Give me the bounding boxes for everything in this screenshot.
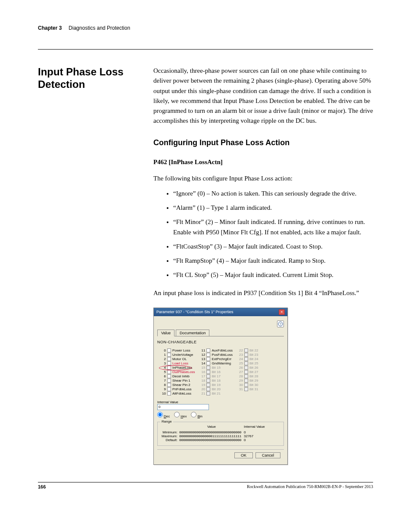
bit-checkbox-row: 31Bit 31 xyxy=(238,387,258,391)
bits-list: “Ignore” (0) – No action is taken. This … xyxy=(153,189,373,280)
bits-grid: 0Power Loss1UnderVoltage2Motor OL3Load L… xyxy=(161,348,284,395)
bit-number: 8 xyxy=(161,383,166,387)
bit-label: ExtPrchrgErr xyxy=(212,357,231,361)
bit-number: 12 xyxy=(200,353,205,357)
bit-checkbox-row: 24Bit 24 xyxy=(238,357,258,361)
checkbox-icon xyxy=(244,387,248,391)
checkbox-icon xyxy=(244,348,248,352)
parameter-title: P462 [InPhase LossActn] xyxy=(153,159,373,166)
radix-row: DDecec Hex Bin xyxy=(157,412,284,418)
checkbox-icon[interactable] xyxy=(167,383,171,387)
bit-checkbox-row: 3Load Loss xyxy=(161,361,195,365)
bit-checkbox-row: 29Bit 29 xyxy=(238,379,258,383)
bit-number: 10 xyxy=(161,392,166,395)
dialog-titlebar[interactable]: Parameter 937 - "Condition Sts 1" Proper… xyxy=(154,308,287,316)
radio-hex[interactable]: Hex xyxy=(174,412,187,418)
bit-label: Bit 25 xyxy=(249,361,258,365)
internal-value-input[interactable] xyxy=(157,404,209,410)
checkbox-icon[interactable] xyxy=(167,374,171,378)
bit-label: Bit 15 xyxy=(212,366,220,370)
checkbox-icon xyxy=(206,392,210,395)
bit-number: 14 xyxy=(200,361,205,365)
checkbox-icon xyxy=(244,383,248,387)
checkbox-icon[interactable] xyxy=(167,357,171,361)
checkbox-icon xyxy=(206,366,210,370)
range-row-internal: 32767 xyxy=(244,434,261,438)
bit-number: 13 xyxy=(200,357,205,361)
radio-hex-input[interactable] xyxy=(174,412,180,417)
bit-checkbox-row: 11AuxFdbkLoss xyxy=(200,348,232,352)
range-legend: Range xyxy=(160,420,173,423)
bit-number: 18 xyxy=(200,379,205,383)
checkbox-icon xyxy=(206,374,210,378)
bit-checkbox-row: 30Bit 30 xyxy=(238,383,258,387)
page-number: 166 xyxy=(38,484,46,489)
checkbox-icon[interactable] xyxy=(167,379,171,383)
bit-checkbox-row: 19Bit 19 xyxy=(200,383,232,387)
bit-checkbox-row: 28Bit 28 xyxy=(238,374,258,378)
range-row-label: Default: xyxy=(161,438,179,442)
subsection-title: Configuring Input Phase Loss Action xyxy=(153,138,373,147)
checkbox-icon[interactable] xyxy=(167,353,171,357)
bit-label: Bit 16 xyxy=(212,370,220,374)
tab-value[interactable]: Value xyxy=(157,330,174,336)
checkbox-icon[interactable] xyxy=(206,361,210,365)
bit-label: Bit 28 xyxy=(249,374,258,378)
bit-number: 5 xyxy=(161,370,166,374)
bit-checkbox-row: 20Bit 20 xyxy=(200,387,232,391)
range-value-header: Value xyxy=(179,425,244,429)
radio-dec-input[interactable] xyxy=(157,412,163,417)
internal-value-group: Internal Value DDecec Hex Bin xyxy=(157,400,284,418)
bit-checkbox-row: 1UnderVoltage xyxy=(161,353,195,357)
range-row-value: 00000000000000000000000000000000 xyxy=(179,438,244,442)
tab-documentation[interactable]: Documentation xyxy=(176,330,210,336)
bit-label: Bit 18 xyxy=(212,379,220,383)
bit-label: Bit 24 xyxy=(249,357,258,361)
cancel-button[interactable]: Cancel xyxy=(255,452,280,458)
bit-checkbox-row: 5OutPhaseLoss xyxy=(161,370,195,374)
internal-value-label: Internal Value xyxy=(157,400,178,404)
checkbox-icon[interactable] xyxy=(206,357,210,361)
checkbox-icon xyxy=(244,366,248,370)
bits-lead: The following bits configure Input Phase… xyxy=(153,174,373,184)
close-icon[interactable]: × xyxy=(279,309,285,315)
bit-number: 2 xyxy=(161,357,166,361)
bit-number: 3 xyxy=(161,361,166,365)
footer-rule xyxy=(38,482,373,482)
bit-checkbox-row: 15Bit 15 xyxy=(200,366,232,370)
section-title: Input Phase Loss Detection xyxy=(38,66,141,91)
bit-number: 15 xyxy=(200,366,205,370)
publication-info: Rockwell Automation Publication 750-RM00… xyxy=(247,484,373,489)
bit-number: 23 xyxy=(238,353,243,357)
help-icon[interactable]: ? xyxy=(277,320,284,327)
range-row-internal: 0 xyxy=(244,430,261,434)
checkbox-icon[interactable] xyxy=(167,387,171,391)
checkbox-icon[interactable] xyxy=(167,361,171,365)
checkbox-icon xyxy=(244,361,248,365)
bit-label: Bit 27 xyxy=(249,370,258,374)
bit-checkbox-row: 10AltFdbkLoss xyxy=(161,392,195,395)
bit-checkbox-row: 18Bit 18 xyxy=(200,379,232,383)
chapter-label: Chapter 3 xyxy=(38,25,62,31)
checkbox-icon[interactable] xyxy=(206,348,210,352)
checkbox-icon[interactable] xyxy=(167,366,171,370)
radio-bin[interactable]: Bin xyxy=(191,412,202,418)
radio-bin-input[interactable] xyxy=(191,412,196,417)
checkbox-icon xyxy=(244,374,248,378)
bit-label: AuxFdbkLoss xyxy=(212,348,232,352)
ok-button[interactable]: OK xyxy=(234,452,253,458)
bit-label: Bit 17 xyxy=(212,374,220,378)
checkbox-icon[interactable] xyxy=(167,348,171,352)
bit-label: Bit 20 xyxy=(212,387,220,391)
bits-column: 0Power Loss1UnderVoltage2Motor OL3Load L… xyxy=(161,348,195,395)
checkbox-icon[interactable] xyxy=(167,392,171,395)
bit-number: 19 xyxy=(200,383,205,387)
radio-dec[interactable]: DDecec xyxy=(157,412,170,418)
bit-number: 17 xyxy=(200,374,205,378)
bit-label: Bit 23 xyxy=(249,353,258,357)
checkbox-icon[interactable] xyxy=(167,370,171,374)
checkbox-icon[interactable] xyxy=(206,353,210,357)
checkbox-icon xyxy=(244,357,248,361)
bit-checkbox-row: 0Power Loss xyxy=(161,348,195,352)
bit-number: 27 xyxy=(238,370,243,374)
